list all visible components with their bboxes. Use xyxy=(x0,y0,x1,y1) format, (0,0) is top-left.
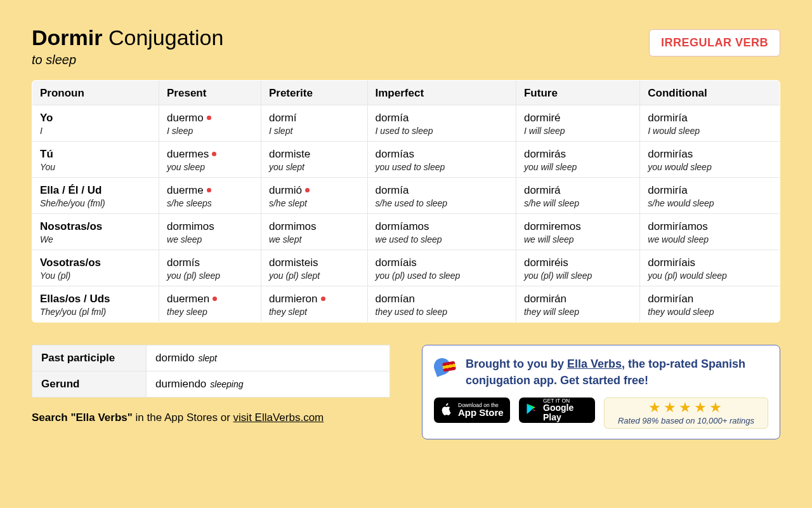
search-rest: in the App Stores or xyxy=(133,411,233,424)
participle-row: Gerunddurmiendosleeping xyxy=(32,371,390,398)
conjugation-cell: dormías/he used to sleep xyxy=(367,178,516,214)
conjugation-cell: dormíanthey used to sleep xyxy=(367,286,516,323)
conjugation-cell: dormíasyou used to sleep xyxy=(367,142,516,178)
conjugation-cell: dormirías/he would sleep xyxy=(640,178,780,214)
google-play-button[interactable]: GET IT ONGoogle Play xyxy=(519,398,595,423)
participle-table: Past participledormidosleptGerunddurmien… xyxy=(32,345,390,398)
conjugation-cell: duermoI sleep xyxy=(159,105,261,142)
table-row: Ella / Él / UdShe/he/you (fml)duermes/he… xyxy=(32,178,780,214)
verb-translation: to sleep xyxy=(32,53,223,67)
conjugation-cell: duermes/he sleeps xyxy=(159,178,261,214)
promo-card: Brought to you by Ella Verbs, the top-ra… xyxy=(422,345,780,439)
conjugation-cell: dormiríamoswe would sleep xyxy=(640,214,780,250)
conjugation-cell: dormiríanthey would sleep xyxy=(640,286,780,323)
conjugation-cell: dormiríaisyou (pl) would sleep xyxy=(640,250,780,286)
irregular-dot-icon xyxy=(213,297,217,301)
title-suffix: Conjugation xyxy=(108,25,223,50)
table-row: Ellas/os / UdsThey/you (pl fml)duermenth… xyxy=(32,286,780,323)
participle-value: dormidoslept xyxy=(147,345,390,371)
conjugation-cell: dormiránthey will sleep xyxy=(516,286,639,323)
conjugation-cell: dormíI slept xyxy=(261,105,367,142)
stars-icon: ★★★★★ xyxy=(648,401,724,415)
column-header: Future xyxy=(516,81,639,105)
irregular-dot-icon xyxy=(207,116,211,120)
irregular-dot-icon xyxy=(321,297,325,301)
column-header: Pronoun xyxy=(32,81,159,105)
conjugation-cell: duermenthey sleep xyxy=(159,286,261,323)
column-header: Imperfect xyxy=(367,81,516,105)
conjugation-cell: dormirás/he will sleep xyxy=(516,178,639,214)
table-row: YoIduermoI sleepdormíI sleptdormíaI used… xyxy=(32,105,780,142)
conjugation-cell: durmiós/he slept xyxy=(261,178,367,214)
search-bold: Search "Ella Verbs" xyxy=(32,411,133,424)
page-title: Dormir Conjugation xyxy=(32,25,223,50)
pronoun-cell: YoI xyxy=(32,105,159,142)
conjugation-cell: dormimoswe slept xyxy=(261,214,367,250)
pronoun-cell: Ella / Él / UdShe/he/you (fml) xyxy=(32,178,159,214)
column-header: Conditional xyxy=(640,81,780,105)
verb-name: Dormir xyxy=(32,25,102,50)
irregular-dot-icon xyxy=(305,188,310,192)
promo-before: Brought to you by xyxy=(466,358,567,370)
conjugation-table: PronounPresentPreteriteImperfectFutureCo… xyxy=(32,80,780,323)
conjugation-cell: dormíaI used to sleep xyxy=(367,105,516,142)
appstore-large: App Store xyxy=(458,408,504,418)
irregular-dot-icon xyxy=(207,188,211,192)
conjugation-cell: dormiréI will sleep xyxy=(516,105,639,142)
pronoun-cell: Vosotras/osYou (pl) xyxy=(32,250,159,286)
apple-icon xyxy=(440,401,453,419)
table-row: Nosotras/osWedormimoswe sleepdormimoswe … xyxy=(32,214,780,250)
pronoun-cell: TúYou xyxy=(32,142,159,178)
table-row: Vosotras/osYou (pl)dormísyou (pl) sleepd… xyxy=(32,250,780,286)
google-play-icon xyxy=(525,403,538,418)
column-header: Present xyxy=(159,81,261,105)
conjugation-cell: dormiremoswe will sleep xyxy=(516,214,639,250)
search-link[interactable]: visit EllaVerbs.com xyxy=(233,411,324,424)
conjugation-cell: durmieronthey slept xyxy=(261,286,367,323)
promo-link[interactable]: Ella Verbs xyxy=(567,358,622,370)
irregular-dot-icon xyxy=(212,152,216,156)
conjugation-cell: dormimoswe sleep xyxy=(159,214,261,250)
pronoun-cell: Nosotras/osWe xyxy=(32,214,159,250)
rating-box: ★★★★★ Rated 98% based on 10,000+ ratings xyxy=(604,398,768,429)
irregular-badge: IRREGULAR VERB xyxy=(649,29,780,57)
participle-value: durmiendosleeping xyxy=(147,371,390,398)
conjugation-cell: dormirásyou will sleep xyxy=(516,142,639,178)
rating-text: Rated 98% based on 10,000+ ratings xyxy=(618,416,754,425)
conjugation-cell: dormiréisyou (pl) will sleep xyxy=(516,250,639,286)
conjugation-cell: dormíaisyou (pl) used to sleep xyxy=(367,250,516,286)
app-logo-icon xyxy=(434,356,457,378)
conjugation-cell: dormiríaI would sleep xyxy=(640,105,780,142)
participle-row: Past participledormidoslept xyxy=(32,345,390,371)
conjugation-cell: duermesyou sleep xyxy=(159,142,261,178)
gplay-large: Google Play xyxy=(543,403,589,423)
search-line: Search "Ella Verbs" in the App Stores or… xyxy=(32,411,390,424)
participle-label: Gerund xyxy=(32,371,147,398)
participle-label: Past participle xyxy=(32,345,147,371)
conjugation-cell: dormíamoswe used to sleep xyxy=(367,214,516,250)
conjugation-cell: dormisteyou slept xyxy=(261,142,367,178)
pronoun-cell: Ellas/os / UdsThey/you (pl fml) xyxy=(32,286,159,323)
promo-text: Brought to you by Ella Verbs, the top-ra… xyxy=(466,356,768,389)
column-header: Preterite xyxy=(261,81,367,105)
table-row: TúYouduermesyou sleepdormisteyou sleptdo… xyxy=(32,142,780,178)
app-store-button[interactable]: Download on theApp Store xyxy=(434,398,510,423)
conjugation-cell: dormiríasyou would sleep xyxy=(640,142,780,178)
conjugation-cell: dormísyou (pl) sleep xyxy=(159,250,261,286)
conjugation-cell: dormisteisyou (pl) slept xyxy=(261,250,367,286)
